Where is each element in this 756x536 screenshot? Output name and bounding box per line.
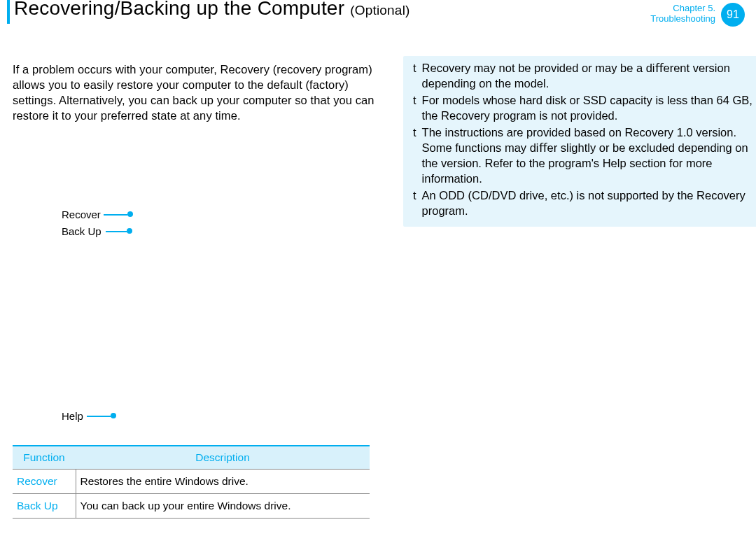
chapter-line-2: Troubleshooting bbox=[650, 13, 715, 24]
note-text: For models whose hard disk or SSD capaci… bbox=[422, 92, 753, 123]
note-bullet: t bbox=[413, 188, 416, 218]
table-header-function: Function bbox=[13, 446, 76, 470]
page-title-main: Recovering/Backing up the Computer bbox=[14, 0, 350, 19]
chapter-label: Chapter 5. Troubleshooting bbox=[650, 3, 715, 24]
callout-backup-line bbox=[106, 231, 127, 232]
note-bullet: t bbox=[413, 125, 416, 186]
title-accent-rule bbox=[7, 0, 10, 24]
note-item: t For models whose hard disk or SSD capa… bbox=[413, 92, 753, 123]
title-bar: Recovering/Backing up the Computer (Opti… bbox=[0, 0, 756, 27]
callout-recover-line bbox=[104, 214, 127, 216]
page-body: If a problem occurs with your computer, … bbox=[13, 56, 748, 529]
table-row: Recover Restores the entire Windows driv… bbox=[13, 470, 370, 494]
page-number-badge: 91 bbox=[721, 3, 745, 27]
page-number: 91 bbox=[727, 8, 739, 21]
note-item: t The instructions are provided based on… bbox=[413, 125, 753, 186]
callout-help-dot bbox=[111, 413, 116, 418]
callout-backup-dot bbox=[127, 228, 132, 234]
callout-backup-label: Back Up bbox=[62, 225, 102, 237]
table-header-description: Description bbox=[76, 446, 370, 470]
note-text: The instructions are provided based on R… bbox=[422, 125, 753, 186]
intro-paragraph: If a problem occurs with your computer, … bbox=[13, 62, 377, 123]
table-cell-description: Restores the entire Windows drive. bbox=[76, 470, 370, 494]
page-title-sub: (Optional) bbox=[350, 3, 410, 17]
left-column: If a problem occurs with your computer, … bbox=[13, 62, 377, 123]
callout-recover-dot bbox=[127, 211, 133, 217]
table-cell-description: You can back up your entire Windows driv… bbox=[76, 494, 370, 519]
table-row: Back Up You can back up your entire Wind… bbox=[13, 494, 370, 519]
note-item: t Recovery may not be provided or may be… bbox=[413, 60, 753, 91]
table-header-row: Function Description bbox=[13, 446, 370, 470]
function-table: Function Description Recover Restores th… bbox=[13, 445, 370, 519]
note-bullet: t bbox=[413, 60, 416, 91]
note-box: t Recovery may not be provided or may be… bbox=[403, 56, 756, 227]
right-column: t Recovery may not be provided or may be… bbox=[403, 56, 756, 227]
note-text: An ODD (CD/DVD drive, etc.) is not suppo… bbox=[422, 188, 753, 218]
callout-help-line bbox=[87, 416, 111, 417]
note-bullet: t bbox=[413, 92, 416, 123]
note-text: Recovery may not be provided or may be a… bbox=[422, 60, 753, 91]
table-cell-function: Recover bbox=[13, 470, 76, 494]
callout-help-label: Help bbox=[62, 410, 83, 422]
table-cell-function: Back Up bbox=[13, 494, 76, 519]
page-title: Recovering/Backing up the Computer (Opti… bbox=[14, 0, 410, 20]
note-item: t An ODD (CD/DVD drive, etc.) is not sup… bbox=[413, 188, 753, 218]
chapter-line-1: Chapter 5. bbox=[650, 3, 715, 13]
callout-recover-label: Recover bbox=[62, 209, 101, 220]
